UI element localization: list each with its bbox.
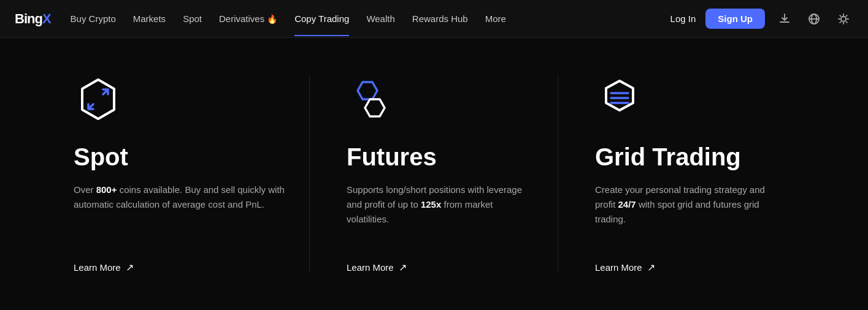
nav-more[interactable]: More bbox=[485, 13, 506, 24]
svg-marker-3 bbox=[82, 80, 114, 119]
logo-text: BingX bbox=[15, 11, 51, 27]
logo-x: X bbox=[42, 11, 51, 26]
download-button[interactable] bbox=[775, 9, 794, 29]
nav-derivatives-label: Derivatives bbox=[219, 13, 264, 24]
spot-feature-card: Spot Over 800+ coins available. Buy and … bbox=[61, 75, 310, 273]
grid-trading-arrow-icon: ↗ bbox=[647, 262, 655, 273]
grid-trading-icon bbox=[595, 75, 644, 124]
svg-marker-6 bbox=[606, 81, 633, 110]
grid-trading-feature-card: Grid Trading Create your personal tradin… bbox=[558, 75, 807, 273]
language-button[interactable] bbox=[804, 9, 824, 29]
spot-arrow-icon: ↗ bbox=[126, 262, 134, 273]
nav-links: Buy Crypto Markets Spot Derivatives 🔥 Co… bbox=[71, 13, 670, 24]
theme-button[interactable] bbox=[834, 9, 853, 29]
nav-markets[interactable]: Markets bbox=[133, 13, 166, 24]
spot-learn-more[interactable]: Learn More ↗ bbox=[74, 262, 285, 273]
logo-bing: Bing bbox=[15, 11, 42, 26]
futures-arrow-icon: ↗ bbox=[399, 262, 407, 273]
futures-learn-more[interactable]: Learn More ↗ bbox=[347, 262, 533, 273]
grid-trading-title: Grid Trading bbox=[595, 143, 782, 170]
logo[interactable]: BingX bbox=[15, 11, 51, 27]
navigation: BingX Buy Crypto Markets Spot Derivative… bbox=[0, 0, 868, 38]
login-button[interactable]: Log In bbox=[670, 13, 696, 24]
futures-icon bbox=[347, 75, 396, 124]
futures-description: Supports long/short positions with lever… bbox=[347, 183, 533, 242]
signup-button[interactable]: Sign Up bbox=[705, 9, 765, 29]
grid-trading-learn-more-label: Learn More bbox=[595, 262, 642, 273]
nav-buy-crypto[interactable]: Buy Crypto bbox=[71, 13, 116, 24]
nav-rewards-hub[interactable]: Rewards Hub bbox=[412, 13, 468, 24]
futures-title: Futures bbox=[347, 143, 533, 170]
nav-copy-trading[interactable]: Copy Trading bbox=[294, 13, 349, 24]
download-icon bbox=[778, 13, 791, 25]
nav-wealth[interactable]: Wealth bbox=[366, 13, 394, 24]
nav-right: Log In Sign Up bbox=[670, 9, 853, 29]
grid-trading-description: Create your personal trading strategy an… bbox=[595, 183, 782, 242]
sun-icon bbox=[837, 13, 850, 25]
nav-spot[interactable]: Spot bbox=[183, 13, 202, 24]
spot-learn-more-label: Learn More bbox=[74, 262, 121, 273]
futures-learn-more-label: Learn More bbox=[347, 262, 394, 273]
futures-feature-card: Futures Supports long/short positions wi… bbox=[310, 75, 558, 273]
spot-description: Over 800+ coins available. Buy and sell … bbox=[74, 183, 285, 242]
grid-trading-learn-more[interactable]: Learn More ↗ bbox=[595, 262, 782, 273]
spot-title: Spot bbox=[74, 143, 285, 170]
svg-marker-5 bbox=[365, 99, 385, 116]
spot-icon bbox=[74, 75, 123, 124]
globe-icon bbox=[808, 13, 820, 25]
nav-derivatives[interactable]: Derivatives 🔥 bbox=[219, 13, 277, 24]
fire-icon: 🔥 bbox=[267, 14, 277, 24]
main-content: Spot Over 800+ coins available. Buy and … bbox=[0, 38, 868, 310]
svg-marker-4 bbox=[358, 82, 377, 99]
svg-point-2 bbox=[841, 17, 846, 21]
